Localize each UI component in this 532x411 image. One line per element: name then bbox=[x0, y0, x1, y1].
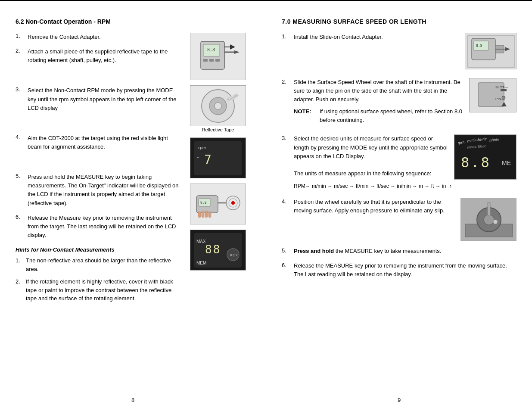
right-step-4-image bbox=[460, 198, 516, 241]
right-step-5-num: 5. bbox=[282, 247, 294, 254]
left-section-title: 6.2 Non-Contact Operation - RPM bbox=[16, 18, 250, 25]
image-wrapper-4: 8.8 bbox=[190, 184, 246, 224]
svg-text:m/sec: m/sec bbox=[467, 145, 476, 150]
right-step-2-content: Slide the Surface Speed Wheel over the s… bbox=[294, 78, 464, 128]
step-2-note: NOTE: If using optional surface speed wh… bbox=[294, 107, 464, 124]
svg-point-64 bbox=[493, 220, 498, 224]
step-2-text: Attach a small piece of the supplied ref… bbox=[28, 47, 181, 65]
slot-pin-svg: SLOT— PIN— bbox=[470, 78, 516, 112]
right-step-1-content: Install the Slide-on Contact Adapter. bbox=[294, 33, 460, 41]
hint-1: 1. The non-reflective area should be lar… bbox=[16, 256, 181, 273]
device-arrow-svg: 8.8 bbox=[192, 35, 244, 78]
note-text: If using optional surface speed wheel, r… bbox=[320, 107, 464, 124]
step-3-text: Select the Non-Contact RPM mode by press… bbox=[28, 86, 181, 112]
right-step-2-container: 2. Slide the Surface Speed Wheel over th… bbox=[282, 78, 516, 128]
rpm-arrow-up: ↑ bbox=[449, 182, 452, 190]
svg-text:8.8: 8.8 bbox=[461, 154, 491, 171]
wheel-svg bbox=[461, 198, 516, 241]
step-1-num: 1. bbox=[16, 33, 28, 39]
right-step-3: 3. Select the desired units of measure f… bbox=[282, 134, 516, 180]
right-step-5-text-bold: Press and hold bbox=[294, 248, 334, 254]
left-page: 6.2 Non-Contact Operation - RPM 1. Remov… bbox=[0, 0, 266, 411]
hints-list: 1. The non-reflective area should be lar… bbox=[16, 256, 181, 303]
wheel-img bbox=[460, 198, 516, 241]
step-3-num: 3. bbox=[16, 86, 28, 93]
svg-rect-26 bbox=[198, 212, 201, 218]
hint-2-text: If the rotating element is highly reflec… bbox=[26, 277, 181, 303]
step-2: 2. Attach a small piece of the supplied … bbox=[16, 47, 181, 65]
hints-title: Hints for Non-Contact Measurements bbox=[16, 246, 181, 253]
right-step-2-text: Slide the Surface Speed Wheel over the s… bbox=[294, 79, 460, 103]
image-reflective-tape bbox=[190, 85, 246, 126]
right-step-6: 6. Release the MEASURE key prior to remo… bbox=[282, 262, 516, 279]
svg-text:rpm: rpm bbox=[198, 145, 206, 150]
right-step-3-num: 3. bbox=[282, 134, 294, 141]
svg-text:ME: ME bbox=[502, 159, 511, 166]
svg-text:88: 88 bbox=[205, 243, 221, 256]
right-section-title: 7.0 MEASURING SURFACE SPEED OR LENGTH bbox=[282, 18, 516, 25]
right-step-6-content: Release the MEASURE key prior to removin… bbox=[294, 262, 516, 279]
right-step-3-content: Select the desired units of measure for … bbox=[294, 134, 449, 178]
image-wrapper-3: rpm 7 ▲ bbox=[190, 137, 246, 178]
hint-1-num: 1. bbox=[16, 256, 26, 273]
right-step-6-text: Release the MEASURE key prior to removin… bbox=[294, 262, 507, 277]
svg-point-62 bbox=[484, 215, 494, 225]
right-step-1: 1. Install the Slide-on Contact Adapter.… bbox=[282, 33, 516, 69]
rpm-sequence: RPM→ m/min → m/sec → ft/min → ft/sec → i… bbox=[294, 182, 516, 190]
reflective-tape-svg bbox=[192, 87, 244, 125]
right-step-3-subtext: The units of measure appear in the follo… bbox=[294, 170, 431, 177]
step-5-text: Press and hold the MEASURE key to begin … bbox=[28, 173, 181, 208]
svg-text:rpm: rpm bbox=[457, 140, 465, 145]
svg-text:MAX: MAX bbox=[196, 239, 206, 244]
right-step-5: 5. Press and hold the MEASURE key to tak… bbox=[282, 247, 516, 255]
svg-rect-45 bbox=[501, 89, 507, 91]
svg-rect-3 bbox=[203, 59, 208, 62]
svg-text:8.8: 8.8 bbox=[476, 44, 482, 48]
units-display-svg: rpm m/min ft/min in/min m/sec ft/sec 8.8… bbox=[454, 135, 516, 180]
svg-text:8.8: 8.8 bbox=[207, 47, 215, 52]
slot-pin-img: SLOT— PIN— bbox=[469, 78, 516, 112]
right-step-5-content: Press and hold the MEASURE key to take m… bbox=[294, 247, 516, 255]
right-step-4-content: Position the wheel carefully so that it … bbox=[294, 198, 455, 215]
svg-rect-29 bbox=[208, 212, 211, 218]
right-steps-container: 1. Install the Slide-on Contact Adapter.… bbox=[282, 33, 516, 279]
right-step-2: 2. Slide the Surface Speed Wheel over th… bbox=[282, 78, 516, 128]
image-wrapper-1: 8.8 bbox=[190, 33, 246, 80]
image-device-arrow: 8.8 bbox=[190, 33, 246, 80]
svg-marker-7 bbox=[234, 50, 240, 54]
image-rpm-display: rpm 7 ▲ bbox=[190, 137, 246, 178]
install-adapter-img: 8.8 bbox=[465, 33, 516, 69]
right-step-4-num: 4. bbox=[282, 198, 294, 205]
svg-rect-27 bbox=[202, 211, 204, 218]
step-1: 1. Remove the Contact Adapter. bbox=[16, 33, 181, 41]
right-step-1-num: 1. bbox=[282, 33, 294, 40]
svg-text:SLOT—: SLOT— bbox=[495, 85, 508, 89]
left-text-column: 1. Remove the Contact Adapter. 2. Attach… bbox=[16, 33, 186, 307]
step-6-text: Release the Measure key prior to removin… bbox=[28, 214, 181, 240]
image-wrapper-5: 88 MEM MAX KEY bbox=[190, 230, 246, 271]
svg-text:▲: ▲ bbox=[196, 156, 199, 159]
step-5-num: 5. bbox=[16, 173, 28, 179]
image-wrapper-2: Reflective Tape bbox=[190, 85, 246, 132]
svg-text:8.8: 8.8 bbox=[200, 201, 207, 205]
step-1-text: Remove the Contact Adapter. bbox=[28, 33, 181, 41]
right-page: 7.0 MEASURING SURFACE SPEED OR LENGTH 1.… bbox=[266, 0, 532, 411]
step-4-text: Aim the CDT-2000 at the target using the… bbox=[28, 134, 181, 151]
right-step-3-image: rpm m/min ft/min in/min m/sec ft/sec 8.8… bbox=[454, 134, 516, 180]
step-6-num: 6. bbox=[16, 214, 28, 220]
right-step-4-text: Position the wheel carefully so that it … bbox=[294, 199, 445, 214]
hint-2-num: 2. bbox=[16, 277, 26, 303]
right-step-4: 4. Position the wheel carefully so that … bbox=[282, 198, 516, 241]
svg-text:MEM: MEM bbox=[196, 261, 206, 265]
image-measure-key: 88 MEM MAX KEY bbox=[190, 230, 246, 271]
left-page-number: 8 bbox=[131, 397, 134, 403]
rpm-sequence-text: RPM→ m/min → m/sec → ft/min → ft/sec → i… bbox=[294, 183, 446, 189]
measure-key-svg: 88 MEM MAX KEY bbox=[192, 231, 244, 270]
hint-2: 2. If the rotating element is highly ref… bbox=[16, 277, 181, 303]
rpm-display-svg: rpm 7 ▲ bbox=[192, 139, 244, 177]
right-step-5-text: the MEASURE key to take measurements. bbox=[336, 248, 442, 254]
svg-text:ft/sec: ft/sec bbox=[478, 144, 487, 149]
step-5: 5. Press and hold the MEASURE key to beg… bbox=[16, 173, 181, 208]
right-step-6-num: 6. bbox=[282, 262, 294, 268]
right-step-1-image: 8.8 bbox=[465, 33, 516, 69]
